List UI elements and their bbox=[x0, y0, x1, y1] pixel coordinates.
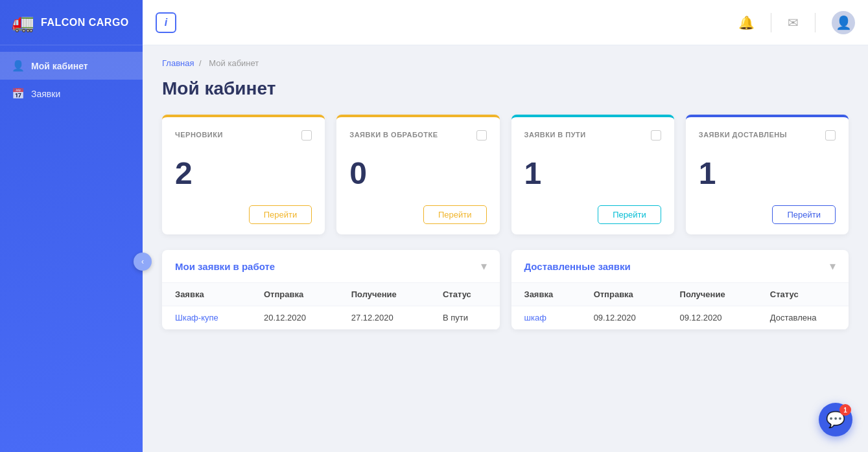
active-orders-table-header: Мои заявки в работе ▾ bbox=[162, 250, 500, 283]
send-date-2: 09.12.2020 bbox=[581, 306, 667, 330]
active-orders-chevron-icon[interactable]: ▾ bbox=[481, 259, 487, 273]
sidebar-nav: 👤 Мой кабинет 📅 Заявки bbox=[0, 45, 143, 452]
card-in-progress-footer: Перейти bbox=[349, 205, 486, 224]
header-actions: 🔔 ✉ 👤 bbox=[738, 11, 855, 34]
sidebar-collapse-button[interactable]: ‹ bbox=[134, 253, 152, 271]
card-drafts-title: ЧЕРНОВИКИ bbox=[175, 130, 223, 140]
col-header-order-2: Заявка bbox=[511, 283, 581, 306]
sidebar-item-orders[interactable]: 📅 Заявки bbox=[0, 80, 143, 107]
active-orders-table-header-row: Заявка Отправка Получение Статус bbox=[162, 283, 500, 306]
card-in-progress-title: ЗАЯВКИ В ОБРАБОТКЕ bbox=[349, 130, 438, 140]
card-drafts-header: ЧЕРНОВИКИ bbox=[175, 130, 312, 141]
card-drafts-checkbox[interactable] bbox=[301, 130, 312, 141]
sidebar-item-my-cabinet[interactable]: 👤 Мой кабинет bbox=[0, 52, 143, 80]
active-orders-table: Заявка Отправка Получение Статус Шкаф-ку… bbox=[162, 283, 500, 330]
card-delivered: ЗАЯВКИ ДОСТАВЛЕНЫ 1 Перейти bbox=[686, 115, 849, 234]
delivered-orders-header-row: Заявка Отправка Получение Статус bbox=[511, 283, 849, 306]
header-divider bbox=[771, 13, 771, 32]
order-link-2[interactable]: шкаф bbox=[511, 306, 581, 330]
col-header-order-1: Заявка bbox=[162, 283, 251, 306]
card-drafts-footer: Перейти bbox=[175, 205, 312, 224]
page-title: Мой кабинет bbox=[162, 78, 849, 99]
main-area: i 🔔 ✉ 👤 Главная / Мой кабинет Мой кабине… bbox=[143, 0, 868, 452]
active-orders-table-title: Мои заявки в работе bbox=[175, 261, 275, 272]
mail-button[interactable]: ✉ bbox=[788, 15, 799, 30]
user-avatar[interactable]: 👤 bbox=[832, 11, 855, 34]
stat-cards-row: ЧЕРНОВИКИ 2 Перейти ЗАЯВКИ В ОБРАБОТКЕ 0… bbox=[162, 115, 849, 234]
breadcrumb-separator: / bbox=[199, 58, 204, 68]
my-cabinet-icon: 👤 bbox=[12, 60, 25, 72]
status-2: Доставлена bbox=[757, 306, 849, 330]
card-in-transit: ЗАЯВКИ В ПУТИ 1 Перейти bbox=[511, 115, 674, 234]
notification-button[interactable]: 🔔 bbox=[738, 15, 755, 30]
delivered-orders-table: Заявка Отправка Получение Статус шкаф 09… bbox=[511, 283, 849, 330]
card-in-progress: ЗАЯВКИ В ОБРАБОТКЕ 0 Перейти bbox=[336, 115, 499, 234]
chat-badge: 1 bbox=[839, 404, 851, 416]
card-delivered-count: 1 bbox=[699, 146, 836, 200]
breadcrumb: Главная / Мой кабинет bbox=[162, 58, 849, 68]
card-in-progress-button[interactable]: Перейти bbox=[423, 205, 487, 224]
status-1: В пути bbox=[430, 306, 500, 330]
app-name: FALCON CARGO bbox=[41, 17, 129, 28]
col-header-status-1: Статус bbox=[430, 283, 500, 306]
sidebar-item-label-my-cabinet: Мой кабинет bbox=[31, 61, 88, 71]
col-header-receive-1: Получение bbox=[338, 283, 430, 306]
delivered-orders-table-card: Доставленные заявки ▾ Заявка Отправка По… bbox=[511, 250, 849, 330]
card-in-transit-count: 1 bbox=[524, 146, 661, 200]
info-button[interactable]: i bbox=[156, 12, 176, 33]
card-delivered-button[interactable]: Перейти bbox=[772, 205, 836, 224]
card-delivered-checkbox[interactable] bbox=[825, 130, 836, 141]
card-in-progress-checkbox[interactable] bbox=[476, 130, 487, 141]
card-delivered-title: ЗАЯВКИ ДОСТАВЛЕНЫ bbox=[699, 130, 787, 140]
header-divider-2 bbox=[815, 13, 815, 32]
delivered-orders-table-header: Доставленные заявки ▾ bbox=[511, 250, 849, 283]
table-row: Шкаф-купе 20.12.2020 27.12.2020 В пути bbox=[162, 306, 500, 330]
header: i 🔔 ✉ 👤 bbox=[143, 0, 868, 45]
tables-row: Мои заявки в работе ▾ Заявка Отправка По… bbox=[162, 250, 849, 330]
card-in-transit-checkbox[interactable] bbox=[651, 130, 661, 141]
col-header-send-1: Отправка bbox=[251, 283, 338, 306]
card-in-transit-title: ЗАЯВКИ В ПУТИ bbox=[524, 130, 586, 140]
table-row: шкаф 09.12.2020 09.12.2020 Доставлена bbox=[511, 306, 849, 330]
send-date-1: 20.12.2020 bbox=[251, 306, 338, 330]
card-drafts-button[interactable]: Перейти bbox=[249, 205, 312, 224]
card-in-transit-button[interactable]: Перейти bbox=[598, 205, 661, 224]
active-orders-table-card: Мои заявки в работе ▾ Заявка Отправка По… bbox=[162, 250, 500, 330]
receive-date-1: 27.12.2020 bbox=[338, 306, 430, 330]
avatar-icon: 👤 bbox=[836, 15, 852, 30]
orders-icon: 📅 bbox=[12, 87, 25, 100]
info-icon-label: i bbox=[165, 17, 167, 28]
content-area: Главная / Мой кабинет Мой кабинет ЧЕРНОВ… bbox=[143, 45, 868, 452]
col-header-status-2: Статус bbox=[757, 283, 849, 306]
card-drafts: ЧЕРНОВИКИ 2 Перейти bbox=[162, 115, 325, 234]
card-in-progress-header: ЗАЯВКИ В ОБРАБОТКЕ bbox=[349, 130, 486, 141]
receive-date-2: 09.12.2020 bbox=[667, 306, 757, 330]
col-header-send-2: Отправка bbox=[581, 283, 667, 306]
order-link-1[interactable]: Шкаф-купе bbox=[162, 306, 251, 330]
delivered-orders-table-title: Доставленные заявки bbox=[524, 261, 631, 272]
chat-button[interactable]: 💬 1 bbox=[819, 403, 852, 436]
card-delivered-header: ЗАЯВКИ ДОСТАВЛЕНЫ bbox=[699, 130, 836, 141]
breadcrumb-current: Мой кабинет bbox=[209, 58, 259, 68]
card-in-transit-footer: Перейти bbox=[524, 205, 661, 224]
app-logo: 🚛 FALCON CARGO bbox=[0, 0, 143, 45]
sidebar-item-label-orders: Заявки bbox=[31, 89, 60, 99]
card-in-transit-header: ЗАЯВКИ В ПУТИ bbox=[524, 130, 661, 141]
sidebar: 🚛 FALCON CARGO 👤 Мой кабинет 📅 Заявки ‹ bbox=[0, 0, 143, 452]
card-drafts-count: 2 bbox=[175, 146, 312, 200]
logo-icon: 🚛 bbox=[12, 12, 34, 33]
delivered-orders-chevron-icon[interactable]: ▾ bbox=[830, 259, 836, 273]
col-header-receive-2: Получение bbox=[667, 283, 757, 306]
card-in-progress-count: 0 bbox=[349, 146, 486, 200]
breadcrumb-home[interactable]: Главная bbox=[162, 58, 194, 68]
card-delivered-footer: Перейти bbox=[699, 205, 836, 224]
collapse-icon: ‹ bbox=[141, 257, 144, 266]
